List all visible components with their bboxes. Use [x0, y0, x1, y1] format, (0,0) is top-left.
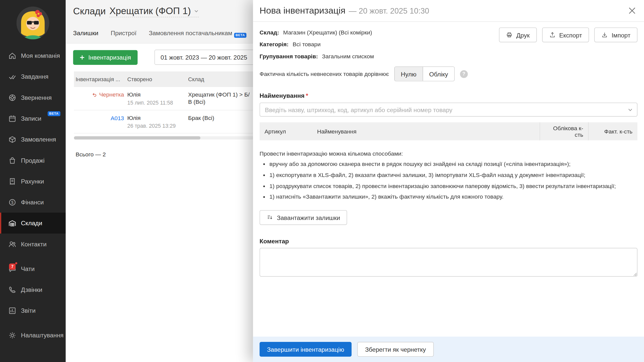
tab-label: Пристрої	[111, 30, 136, 38]
sidebar-item-calls[interactable]: Дзвінки	[0, 279, 66, 300]
sidebar-item-records[interactable]: Записи BETA	[0, 108, 66, 129]
instructions-intro: Провести інвентаризацію можна кількома с…	[260, 150, 637, 157]
date-range-picker[interactable]: 01 жовт. 2023 — 20 жовт. 2025	[154, 50, 265, 65]
sidebar-item-label: Звернення	[21, 94, 52, 101]
instruction-item: вручну або за допомогою сканера внести в…	[269, 160, 637, 168]
close-icon	[628, 7, 636, 14]
print-button[interactable]: Друк	[499, 27, 537, 42]
add-inventory-label: Інвентаризація	[88, 54, 131, 61]
orders-box-icon	[8, 135, 17, 144]
drawer-body: Друк Експорт Імпорт Склад: Магазин (Хрещ…	[253, 22, 644, 279]
add-inventory-button[interactable]: Інвентаризація	[73, 50, 138, 65]
draft-status-link[interactable]: Чернетка	[92, 91, 124, 98]
plus-icon	[80, 55, 85, 60]
import-icon	[601, 32, 608, 38]
sidebar-item-label: Продажі	[21, 157, 45, 164]
instruction-item: 1) експортувати в XLS-файл, 2) вказати ф…	[269, 171, 637, 179]
horizontal-scrollbar-thumb[interactable]	[74, 136, 200, 140]
gear-icon	[8, 331, 17, 339]
sidebar-item-tasks[interactable]: Завдання	[0, 66, 66, 87]
load-remainders-button[interactable]: Завантажити залишки	[260, 210, 347, 225]
sidebar-item-my-company[interactable]: Моя компанія	[0, 45, 66, 66]
product-search-input[interactable]	[260, 103, 637, 117]
import-button[interactable]: Імпорт	[594, 27, 637, 42]
sidebar-item-contacts[interactable]: Контакти	[0, 234, 66, 254]
column-header-actual-qty: Факт. к-сть	[588, 122, 637, 141]
help-icon[interactable]: ?	[460, 70, 468, 78]
toggle-option-zero[interactable]: Нулю	[395, 67, 423, 81]
date-range-value: 01 жовт. 2023 — 20 жовт. 2025	[160, 54, 247, 61]
instruction-item: 1) натисніть «Завантажити залишки», 2) в…	[269, 193, 637, 201]
contacts-icon	[8, 240, 17, 248]
tab-label: Залишки	[73, 30, 98, 38]
beta-badge: BETA	[48, 111, 60, 116]
uncounted-toggle: Нулю Обліку	[394, 66, 455, 81]
column-header-inventory: Інвентаризація ...	[75, 76, 124, 82]
inventory-doc-link[interactable]: A013	[111, 115, 124, 121]
import-label: Імпорт	[612, 31, 630, 38]
uncounted-label: Фактична кількість невнесених товарів до…	[260, 71, 389, 77]
tab-supplier-orders[interactable]: Замовлення постачальникам BETA	[149, 30, 247, 43]
sidebar-item-finance[interactable]: $ Фінанси	[0, 192, 66, 212]
export-button[interactable]: Експорт	[542, 27, 589, 42]
sidebar-item-label: Моя компанія	[21, 52, 60, 59]
column-header-created: Створено	[127, 76, 185, 82]
sidebar-item-label: Завдання	[21, 73, 48, 80]
user-avatar[interactable]	[16, 7, 49, 39]
column-header-sku: Артикул	[260, 128, 312, 134]
calendar-icon	[8, 114, 17, 123]
save-draft-button[interactable]: Зберегти як чернетку	[357, 342, 434, 357]
load-remainders-label: Завантажити залишки	[277, 214, 340, 221]
instructions-list: вручну або за допомогою сканера внести в…	[269, 160, 637, 201]
column-header-warehouse: Склад	[188, 76, 251, 82]
sidebar-item-settings[interactable]: Налаштування	[0, 325, 66, 345]
instruction-item: 1) роздрукувати список товарів, 2) прове…	[269, 182, 637, 190]
svg-text:$: $	[11, 200, 13, 204]
comment-label: Коментар	[260, 238, 637, 245]
page-title: Склади	[73, 6, 106, 17]
sidebar-item-label: Склади	[21, 219, 42, 227]
export-label: Експорт	[559, 31, 582, 38]
sidebar-item-sales[interactable]: Продажі	[0, 150, 66, 171]
notification-dot	[15, 262, 17, 264]
toggle-option-accounting[interactable]: Обліку	[423, 67, 454, 81]
created-by: Юлія	[127, 91, 185, 98]
sidebar-item-orders[interactable]: Замовлення	[0, 129, 66, 150]
sidebar-item-label: Замовлення	[21, 136, 56, 143]
finance-icon: $	[8, 198, 17, 206]
printer-icon	[506, 32, 513, 38]
sidebar-item-label: Дзвінки	[21, 286, 42, 293]
sidebar-item-label: Фінанси	[21, 199, 44, 206]
warehouse-selector-label: Хрещатик (ФОП 1)	[109, 5, 191, 16]
tab-devices[interactable]: Пристрої	[111, 30, 136, 43]
complete-inventory-button[interactable]: Завершити інвентаризацію	[260, 342, 352, 357]
comment-textarea[interactable]	[260, 248, 637, 277]
support-icon	[8, 93, 17, 102]
home-icon	[8, 52, 17, 60]
grouping-info-row: Групування товарів: Загальним списком	[260, 53, 637, 60]
product-search	[260, 103, 637, 117]
drawer-footer: Завершити інвентаризацію Зберегти як чер…	[253, 337, 644, 362]
column-header-name: Найменування	[312, 128, 540, 134]
warehouse-icon	[8, 219, 17, 227]
tab-remainders[interactable]: Залишки	[73, 30, 98, 43]
warehouse-selector[interactable]: Хрещатик (ФОП 1)	[109, 5, 199, 17]
sidebar-item-appeals[interactable]: Звернення	[0, 87, 66, 108]
sidebar-item-invoices[interactable]: Рахунки	[0, 171, 66, 192]
sidebar-item-label: Рахунки	[21, 178, 44, 185]
app-root: Моя компанія Завдання Звернення Записи B…	[0, 0, 644, 362]
column-header-accounting-qty: Облікова к-сть	[540, 122, 588, 141]
reports-icon	[8, 306, 17, 315]
sidebar-item-warehouses[interactable]: Склади	[0, 213, 66, 234]
drawer-title: Нова інвентаризація	[260, 5, 345, 16]
chevron-down-icon	[194, 8, 199, 13]
required-asterisk: *	[306, 92, 308, 99]
sidebar-item-reports[interactable]: Звіти	[0, 300, 66, 321]
close-button[interactable]	[627, 5, 637, 16]
warehouse-label: Склад:	[260, 29, 279, 36]
sidebar-item-chats[interactable]: 7 Чати	[0, 258, 66, 279]
unread-count-badge: 7	[9, 263, 16, 269]
items-table-header: Артикул Найменування Облікова к-сть Факт…	[260, 122, 637, 141]
phone-icon	[8, 286, 17, 294]
sidebar: Моя компанія Завдання Звернення Записи B…	[0, 0, 66, 362]
